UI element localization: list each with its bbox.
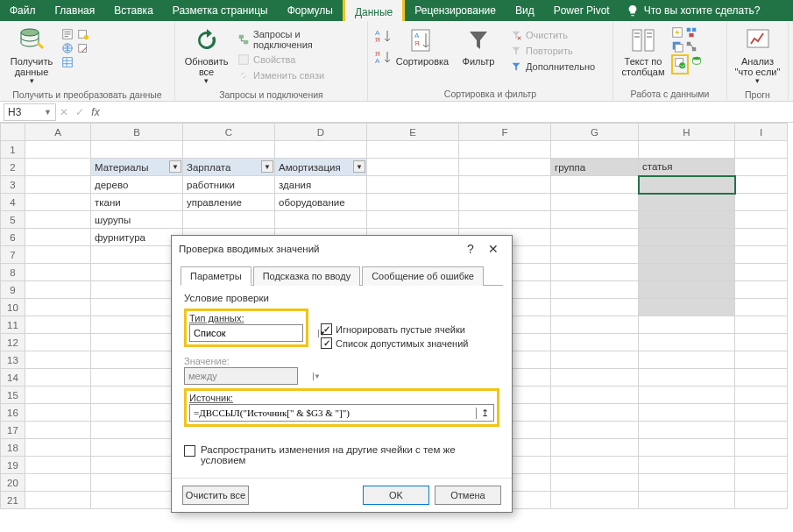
type-input[interactable]	[190, 328, 318, 338]
cell-A15[interactable]	[25, 387, 91, 404]
filter-arrow-icon[interactable]: ▼	[353, 160, 365, 173]
cell-D4[interactable]: оборудование	[275, 194, 367, 211]
cell-I6[interactable]	[735, 229, 788, 246]
row-header-18[interactable]: 18	[1, 439, 25, 457]
cell-H10[interactable]	[639, 299, 735, 316]
flash-fill-icon[interactable]	[671, 26, 683, 39]
advanced-filter-button[interactable]: Дополнительно	[508, 60, 597, 74]
cell-C4[interactable]: управление	[183, 194, 275, 211]
cell-A8[interactable]	[25, 264, 91, 281]
ignore-blank-checkbox[interactable]: ✓ Игнорировать пустые ячейки	[321, 323, 468, 335]
cell-D2[interactable]: Амортизация▼	[275, 159, 367, 176]
from-table-icon[interactable]	[61, 56, 74, 68]
cell-E5[interactable]	[367, 211, 459, 229]
row-header-13[interactable]: 13	[1, 351, 25, 369]
row-header-3[interactable]: 3	[1, 176, 25, 194]
cell-G8[interactable]	[551, 264, 639, 281]
cell-H17[interactable]	[639, 422, 735, 439]
whatif-button[interactable]: Анализ "что если"▾	[733, 25, 782, 88]
cell-I5[interactable]	[735, 211, 788, 229]
cell-I18[interactable]	[735, 439, 788, 457]
cell-B5[interactable]: шурупы	[91, 211, 183, 229]
cell-B4[interactable]: ткани	[91, 194, 183, 211]
data-model-icon[interactable]	[690, 54, 703, 67]
cell-A20[interactable]	[25, 474, 91, 492]
from-text-icon[interactable]	[61, 28, 74, 40]
incell-dropdown-checkbox[interactable]: ✓ Список допустимых значений	[321, 337, 468, 349]
cell-A10[interactable]	[25, 299, 91, 316]
cell-G19[interactable]	[551, 457, 639, 474]
cell-H4[interactable]	[639, 194, 735, 211]
sort-za-icon[interactable]: ЯА	[373, 49, 393, 65]
cell-E4[interactable]	[367, 194, 459, 211]
cell-H1[interactable]	[639, 141, 735, 159]
cell-I4[interactable]	[735, 194, 788, 211]
from-web-icon[interactable]	[61, 42, 74, 54]
row-header-21[interactable]: 21	[1, 492, 25, 509]
row-header-10[interactable]: 10	[1, 299, 25, 316]
tab-powerpivot[interactable]: Power Pivot	[544, 0, 620, 21]
text-to-columns-button[interactable]: Текст по столбцам	[619, 25, 668, 79]
tab-layout[interactable]: Разметка страницы	[163, 0, 278, 21]
cell-B12[interactable]	[91, 334, 183, 351]
cell-A11[interactable]	[25, 316, 91, 334]
cell-D5[interactable]	[275, 211, 367, 229]
cell-A7[interactable]	[25, 246, 91, 264]
cell-I7[interactable]	[735, 246, 788, 264]
row-header-7[interactable]: 7	[1, 246, 25, 264]
cell-H20[interactable]	[639, 474, 735, 492]
cell-G6[interactable]	[551, 229, 639, 246]
cancel-button[interactable]: Отмена	[435, 486, 501, 505]
cell-A4[interactable]	[25, 194, 91, 211]
relationships-icon[interactable]	[685, 40, 697, 53]
col-header-B[interactable]: B	[91, 124, 183, 141]
col-header-I[interactable]: I	[735, 124, 788, 141]
cell-I8[interactable]	[735, 264, 788, 281]
cell-H18[interactable]	[639, 439, 735, 457]
tab-home[interactable]: Главная	[46, 0, 105, 21]
cell-G16[interactable]	[551, 404, 639, 422]
ok-button[interactable]: OK	[363, 486, 429, 505]
row-header-19[interactable]: 19	[1, 457, 25, 474]
tab-input-msg[interactable]: Подсказка по вводу	[253, 266, 361, 286]
row-header-9[interactable]: 9	[1, 281, 25, 299]
cell-I3[interactable]	[735, 176, 788, 194]
cell-G13[interactable]	[551, 351, 639, 369]
cell-B8[interactable]	[91, 264, 183, 281]
cell-I20[interactable]	[735, 474, 788, 492]
cell-B10[interactable]	[91, 299, 183, 316]
cell-I17[interactable]	[735, 422, 788, 439]
cell-G12[interactable]	[551, 334, 639, 351]
cell-A17[interactable]	[25, 422, 91, 439]
cell-I1[interactable]	[735, 141, 788, 159]
formula-input[interactable]	[103, 103, 793, 121]
col-header-D[interactable]: D	[275, 124, 367, 141]
cell-F4[interactable]	[459, 194, 551, 211]
cell-B13[interactable]	[91, 351, 183, 369]
cell-D1[interactable]	[275, 141, 367, 159]
cell-H19[interactable]	[639, 457, 735, 474]
col-header-E[interactable]: E	[367, 124, 459, 141]
cell-G2[interactable]: группа	[551, 159, 639, 176]
cell-H14[interactable]	[639, 369, 735, 387]
tab-error-msg[interactable]: Сообщение об ошибке	[362, 266, 484, 286]
col-header-A[interactable]: A	[25, 124, 91, 141]
type-dropdown[interactable]: ▼	[189, 324, 303, 342]
cell-G14[interactable]	[551, 369, 639, 387]
cell-B9[interactable]	[91, 281, 183, 299]
cell-D3[interactable]: здания	[275, 176, 367, 194]
cell-B3[interactable]: дерево	[91, 176, 183, 194]
cell-B1[interactable]	[91, 141, 183, 159]
cell-H2[interactable]: статья	[639, 159, 735, 176]
dialog-titlebar[interactable]: Проверка вводимых значений ? ✕	[172, 236, 512, 262]
cell-A12[interactable]	[25, 334, 91, 351]
cell-F3[interactable]	[459, 176, 551, 194]
remove-dups-icon[interactable]	[671, 40, 683, 53]
cell-B20[interactable]	[91, 474, 183, 492]
cell-H9[interactable]	[639, 281, 735, 299]
help-icon[interactable]: ?	[459, 242, 482, 256]
tab-params[interactable]: Параметры	[181, 266, 251, 286]
cell-G5[interactable]	[551, 211, 639, 229]
cell-H5[interactable]	[639, 211, 735, 229]
tab-insert[interactable]: Вставка	[104, 0, 163, 21]
